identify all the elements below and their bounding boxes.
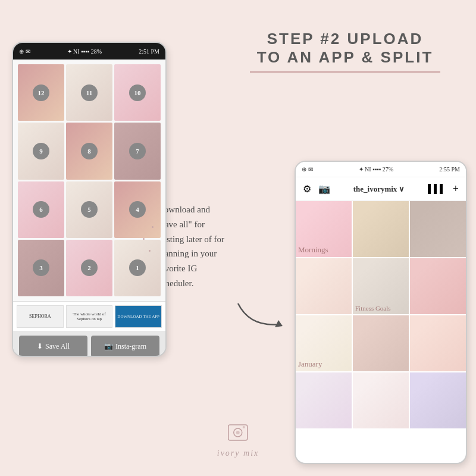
ad-sephora: SEPHORA	[17, 305, 64, 328]
decorative-dot	[143, 238, 145, 240]
step-title-line2: TO AN APP & SPLIT	[226, 48, 464, 67]
svg-point-4	[243, 426, 245, 428]
ig-cell-1[interactable]: Mornings	[296, 201, 352, 257]
instagram-label: Insta-gram	[115, 342, 146, 351]
save-all-label: Save All	[45, 342, 70, 351]
phone1-statusbar: ⊕ ✉ ✦ NI ▪▪▪▪ 28% 2:51 PM	[13, 43, 165, 60]
ig-overlay-january: January	[298, 359, 322, 369]
grid-cell-12[interactable]: 12	[18, 64, 64, 121]
p1-icons-left: ⊕ ✉	[19, 48, 30, 55]
instagram-icon: 📷	[104, 342, 113, 351]
badge-7: 7	[129, 143, 146, 159]
p1-time: 2:51 PM	[139, 48, 159, 55]
phone2-statusbar: ⊕ ✉ ✦ NI ▪▪▪▪ 27% 2:55 PM	[296, 162, 466, 177]
title-underline	[250, 71, 440, 73]
toolbar-left-icons: ⚙ 📷	[303, 183, 330, 195]
grid-cell-5[interactable]: 5	[66, 181, 112, 238]
ig-cell-9[interactable]	[410, 315, 466, 371]
ad-middle: The whole world of Sephora on tap	[66, 305, 113, 328]
phone1: ⊕ ✉ ✦ NI ▪▪▪▪ 28% 2:51 PM 12 11 10 9 8	[12, 42, 167, 357]
ig-cell-2[interactable]	[353, 201, 409, 257]
grid-cell-3[interactable]: 3	[18, 240, 64, 296]
step-title: STEP #2 UPLOAD TO AN APP & SPLIT	[226, 30, 464, 73]
toolbar-right-icons: ▌▌▌ +	[428, 183, 459, 195]
download-icon: ⬇	[37, 342, 43, 351]
svg-point-3	[236, 431, 240, 434]
badge-10: 10	[129, 84, 146, 101]
ad-download: DOWNLOAD THE APP	[115, 305, 162, 328]
badge-11: 11	[81, 84, 98, 101]
grid-cell-9[interactable]: 9	[18, 123, 64, 179]
desc-line3: posting later of for	[158, 234, 224, 244]
save-all-button[interactable]: ⬇ Save All	[19, 336, 87, 357]
grid-cell-4[interactable]: 4	[114, 181, 161, 238]
decorative-dot	[152, 226, 154, 228]
phone1-body: 12 11 10 9 8 7 6 5	[13, 60, 165, 301]
p2-signal: ✦ NI ▪▪▪▪ 27%	[359, 166, 394, 173]
p2-icons-left: ⊕ ✉	[302, 166, 313, 173]
grid-cell-11[interactable]: 11	[66, 64, 112, 121]
ig-cell-6[interactable]	[410, 258, 466, 314]
p1-signal: ✦ NI ▪▪▪▪ 28%	[67, 48, 102, 55]
grid-cell-10[interactable]: 10	[114, 64, 161, 121]
ig-cell-5[interactable]: Fitness Goals	[353, 258, 409, 314]
svg-marker-0	[275, 320, 283, 327]
chevron-down-icon: ∨	[399, 184, 405, 194]
bar-chart-icon[interactable]: ▌▌▌	[428, 184, 446, 194]
instagram-button[interactable]: 📷 Insta-gram	[91, 336, 159, 357]
ig-cell-11[interactable]	[353, 372, 409, 428]
ig-cell-10[interactable]	[296, 372, 352, 428]
photo-grid: 12 11 10 9 8 7 6 5	[18, 64, 161, 296]
badge-3: 3	[33, 259, 49, 276]
ig-overlay-fitness: Fitness Goals	[355, 305, 391, 312]
description-text: Download and "save all" for posting late…	[158, 202, 283, 291]
ig-overlay-mornings: Mornings	[298, 245, 328, 255]
badge-6: 6	[33, 201, 49, 218]
badge-9: 9	[33, 143, 49, 159]
logo-text: ivory mix	[217, 449, 259, 458]
badge-5: 5	[81, 201, 98, 218]
p2-time: 2:55 PM	[439, 166, 460, 173]
ig-cell-7[interactable]: January	[296, 315, 352, 371]
logo-area: ivory mix	[217, 420, 259, 458]
grid-cell-7[interactable]: 7	[114, 123, 161, 179]
badge-4: 4	[129, 201, 146, 218]
logo-icon	[226, 420, 250, 444]
step-title-line1: STEP #2 UPLOAD	[226, 30, 464, 48]
phone1-buttons: ⬇ Save All 📷 Insta-gram	[13, 331, 165, 357]
ig-cell-3[interactable]	[410, 201, 466, 257]
grid-cell-6[interactable]: 6	[18, 181, 64, 238]
ig-grid: Mornings Fitness Goals January	[296, 201, 466, 428]
phone1-ads: SEPHORA The whole world of Sephora on ta…	[13, 301, 165, 331]
badge-2: 2	[81, 259, 98, 276]
grid-cell-1[interactable]: 1	[114, 240, 161, 296]
phone2: ⊕ ✉ ✦ NI ▪▪▪▪ 27% 2:55 PM ⚙ 📷 the_ivorym…	[295, 161, 467, 464]
phone2-toolbar: ⚙ 📷 the_ivorymix ∨ ▌▌▌ +	[296, 177, 466, 201]
grid-cell-2[interactable]: 2	[66, 240, 112, 296]
ig-cell-8[interactable]	[353, 315, 409, 371]
badge-12: 12	[33, 84, 49, 101]
camera-icon[interactable]: 📷	[318, 183, 330, 195]
badge-1: 1	[129, 259, 146, 276]
plus-icon[interactable]: +	[453, 183, 459, 195]
grid-cell-8[interactable]: 8	[66, 123, 112, 179]
ig-cell-12[interactable]	[410, 372, 466, 428]
toolbar-username[interactable]: the_ivorymix ∨	[353, 184, 405, 194]
arrow-graphic	[232, 292, 292, 333]
ig-cell-4[interactable]	[296, 258, 352, 314]
badge-8: 8	[81, 143, 98, 159]
gear-icon[interactable]: ⚙	[303, 183, 311, 195]
decorative-dot	[149, 250, 151, 252]
